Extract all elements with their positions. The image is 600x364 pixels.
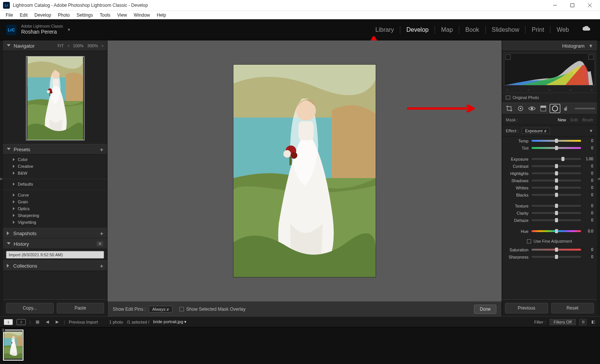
crop-tool-icon[interactable] <box>504 104 515 113</box>
preset-group[interactable]: Curve <box>3 192 107 198</box>
panel-collapse-icon[interactable]: ▼ <box>589 129 593 133</box>
filmstrip-thumb[interactable]: 1 <box>4 330 25 362</box>
menu-photo[interactable]: Photo <box>54 11 73 19</box>
fine-adjustment-row[interactable]: Use Fine Adjustment <box>502 237 597 245</box>
menu-tools[interactable]: Tools <box>96 11 114 19</box>
module-book[interactable]: Book <box>459 26 485 33</box>
preset-group[interactable]: Vignetting <box>3 219 107 226</box>
slider-exposure[interactable]: Exposure1.00 <box>502 155 597 163</box>
navigator-header[interactable]: Navigator FIT▾ 100% 300%▾ <box>3 40 107 51</box>
next-photo-icon[interactable]: ▶ <box>54 319 60 325</box>
source-label[interactable]: Previous Import <box>69 320 98 324</box>
menu-view[interactable]: View <box>114 11 131 19</box>
done-button[interactable]: Done <box>474 305 496 314</box>
presets-header[interactable]: Presets + <box>3 144 107 155</box>
tool-amount-slider[interactable] <box>575 108 595 109</box>
menu-settings[interactable]: Settings <box>73 11 96 19</box>
brush-tool-icon[interactable] <box>561 104 572 113</box>
svg-point-12 <box>531 107 533 110</box>
minimize-button[interactable] <box>546 0 564 11</box>
mask-brush[interactable]: Brush <box>582 118 593 122</box>
module-develop[interactable]: Develop <box>400 26 435 33</box>
preset-group[interactable]: B&W <box>3 170 107 177</box>
module-slideshow[interactable]: Slideshow <box>486 26 525 33</box>
shadow-clip-icon[interactable] <box>505 54 511 60</box>
slider-shadows[interactable]: Shadows0 <box>502 177 597 184</box>
menu-edit[interactable]: Edit <box>16 11 31 19</box>
radial-mask-tool-icon[interactable] <box>550 104 560 113</box>
zoom-100[interactable]: 100% <box>69 43 84 48</box>
svg-point-15 <box>552 106 558 111</box>
zoom-300[interactable]: 300% <box>84 43 98 48</box>
menu-develop[interactable]: Develop <box>31 11 54 19</box>
mask-edit[interactable]: Edit <box>570 118 578 122</box>
main-photo[interactable] <box>233 65 376 277</box>
collections-header[interactable]: Collections+ <box>3 260 107 271</box>
filmstrip[interactable]: 1 <box>0 327 600 364</box>
highlight-clip-icon[interactable] <box>588 54 594 60</box>
mask-overlay-checkbox[interactable] <box>179 307 184 311</box>
history-header[interactable]: History✕ <box>3 239 107 249</box>
preset-group[interactable]: Creative <box>3 163 107 170</box>
module-library[interactable]: Library <box>369 26 400 33</box>
mask-new[interactable]: New <box>558 118 566 122</box>
cloud-sync-icon[interactable] <box>582 26 591 34</box>
slider-dehaze[interactable]: Dehaze0 <box>502 217 597 224</box>
slider-clarity[interactable]: Clarity0 <box>502 209 597 217</box>
preset-group[interactable]: Grain <box>3 198 107 205</box>
filter-dropdown[interactable]: Filters Off <box>550 319 576 325</box>
gradient-mask-tool-icon[interactable] <box>538 104 549 113</box>
reset-button[interactable]: Reset <box>551 303 594 313</box>
fine-adjustment-checkbox[interactable] <box>527 239 531 243</box>
prev-photo-icon[interactable]: ◀ <box>44 319 50 325</box>
current-filename[interactable]: bride portrait.jpg ▾ <box>153 319 187 324</box>
slider-saturation[interactable]: Saturation0 <box>502 246 597 253</box>
identity-dropdown-icon[interactable]: ▼ <box>67 28 71 32</box>
history-entry[interactable]: Import (8/3/2021 9:52:50 AM) <box>6 251 104 259</box>
slider-sharpness[interactable]: Sharpness0 <box>502 253 597 260</box>
redeye-tool-icon[interactable] <box>527 104 537 113</box>
preset-group[interactable]: Sharpening <box>3 212 107 219</box>
module-map[interactable]: Map <box>435 26 459 33</box>
copy-button[interactable]: Copy... <box>6 303 54 313</box>
module-web[interactable]: Web <box>550 26 575 33</box>
preset-group[interactable]: Optics <box>3 205 107 212</box>
maximize-button[interactable] <box>564 0 581 11</box>
slider-hue[interactable]: Hue0.0 <box>502 228 597 235</box>
screen-1-button[interactable]: 1 <box>4 319 13 325</box>
menu-window[interactable]: Window <box>131 11 154 19</box>
preset-group[interactable]: Color <box>3 156 107 163</box>
edit-pins-select[interactable]: Always ⇵ <box>149 306 173 313</box>
close-button[interactable] <box>581 0 598 11</box>
slider-whites[interactable]: Whites0 <box>502 184 597 191</box>
screen-2-button[interactable]: 2 <box>17 319 26 325</box>
develop-toolbar: Show Edit Pins : Always ⇵ Show Selected … <box>107 301 502 316</box>
grid-view-icon[interactable]: ▦ <box>34 319 40 325</box>
titlebar: Lr Lightroom Catalog - Adobe Photoshop L… <box>0 0 600 11</box>
slider-highlights[interactable]: Highlights0 <box>502 170 597 177</box>
canvas[interactable] <box>107 40 502 301</box>
menu-file[interactable]: File <box>2 11 16 19</box>
module-print[interactable]: Print <box>525 26 550 33</box>
histogram[interactable] <box>504 53 595 85</box>
slider-blacks[interactable]: Blacks0 <box>502 191 597 198</box>
slider-tint[interactable]: Tint0 <box>502 144 597 152</box>
snapshots-header[interactable]: Snapshots+ <box>3 228 107 239</box>
slider-texture[interactable]: Texture0 <box>502 202 597 209</box>
histogram-header[interactable]: Histogram ▼ <box>502 40 597 51</box>
slider-contrast[interactable]: Contrast0 <box>502 163 597 170</box>
slider-temp[interactable]: Temp0 <box>502 137 597 144</box>
zoom-fit[interactable]: FIT <box>54 43 64 48</box>
spot-tool-icon[interactable] <box>515 104 526 113</box>
effect-dropdown[interactable]: Exposure ⇵ <box>522 128 550 134</box>
left-edge-handle[interactable]: ▶ <box>0 40 3 316</box>
previous-button[interactable]: Previous <box>505 303 548 313</box>
filter-lock-icon[interactable]: ⊞ <box>580 319 586 325</box>
original-photo-toggle[interactable]: Original Photo <box>502 93 597 102</box>
filter-switch-icon[interactable]: ◧ <box>590 319 596 325</box>
navigator-preview[interactable] <box>3 51 107 144</box>
right-edge-handle[interactable]: ◀ <box>597 40 600 316</box>
paste-button[interactable]: Paste <box>57 303 104 313</box>
preset-group[interactable]: Defaults <box>3 181 107 187</box>
menu-help[interactable]: Help <box>153 11 169 19</box>
